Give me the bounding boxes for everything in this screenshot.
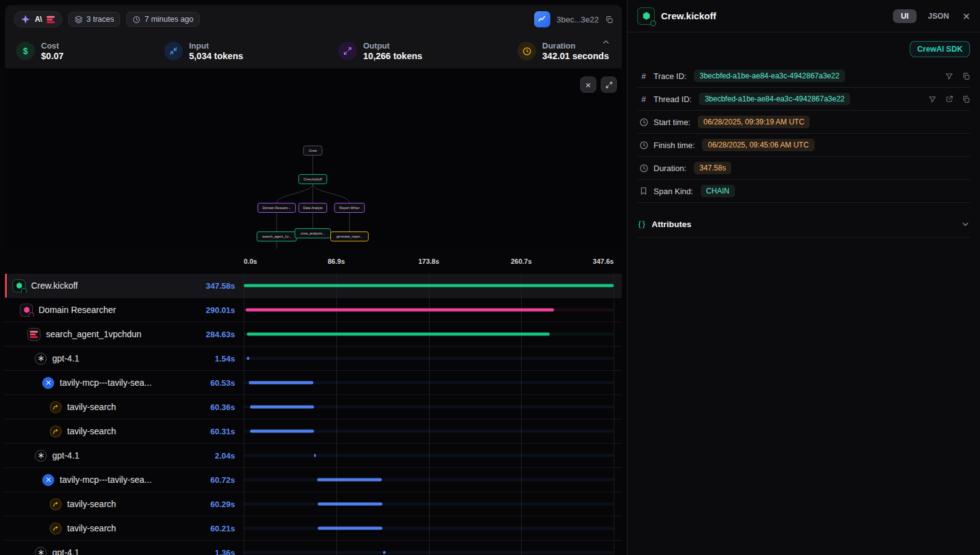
traces-count-label: 3 traces: [86, 15, 114, 24]
span-row[interactable]: gpt-4.12.04s: [5, 444, 622, 468]
external-icon[interactable]: [945, 95, 953, 103]
collapse-chevron-icon[interactable]: [601, 37, 611, 47]
tool-call-icon: [50, 401, 62, 413]
traces-count-badge[interactable]: 3 traces: [68, 12, 120, 27]
trace-pane: A\ 3 traces 7 minutes ago 3bec...3e22: [0, 0, 627, 555]
metric-value: 10,266 tokens: [363, 51, 422, 61]
copy-icon[interactable]: [962, 95, 970, 103]
span-name-cell: tavily-search60.29s: [5, 498, 244, 510]
graph-node[interactable]: Crew.kickoff: [298, 175, 326, 184]
span-duration: 1.36s: [215, 548, 244, 555]
bookmark-icon: [637, 187, 650, 195]
span-duration: 284.63s: [206, 330, 244, 339]
span-bar-track: [244, 322, 614, 346]
timeline-axis: 0.0s86.9s173.8s260.7s347.6s: [5, 249, 622, 274]
copy-icon[interactable]: [962, 72, 970, 80]
span-bar: [318, 503, 382, 506]
timeline-tick: 173.8s: [418, 258, 440, 265]
span-bar-track: [244, 492, 614, 516]
close-panel-button[interactable]: ×: [963, 10, 970, 22]
graph-node[interactable]: Domain Researc...: [258, 203, 296, 213]
span-name: search_agent_1vpchdun: [46, 329, 141, 339]
span-bar: [247, 357, 249, 360]
metric-cost: $Cost$0.07: [16, 41, 164, 61]
mcp-tools-icon: [42, 474, 54, 486]
span-name-cell: gpt-4.11.36s: [5, 547, 244, 555]
graph-node[interactable]: Crew: [303, 146, 322, 156]
metric-label: Duration: [542, 41, 609, 50]
close-graph-button[interactable]: ×: [580, 77, 596, 93]
timeline-tick: 347.6s: [593, 258, 614, 265]
span-name: Domain Researcher: [39, 305, 116, 315]
filter-icon[interactable]: [945, 72, 953, 80]
graph-node[interactable]: crew_analysis...: [295, 229, 331, 238]
span-bar-track: [244, 444, 614, 467]
crew-icon: [637, 7, 655, 25]
span-row[interactable]: tavily-search60.29s: [5, 492, 622, 516]
span-name-cell: gpt-4.11.54s: [5, 353, 244, 365]
trace-topbar: A\ 3 traces 7 minutes ago 3bec...3e22: [5, 5, 622, 34]
span-bar-track: [244, 395, 614, 419]
dollar-icon: $: [16, 42, 35, 60]
span-row[interactable]: Domain Researcher290.01s: [5, 298, 622, 322]
span-bar-track: [244, 468, 614, 492]
attributes-section-toggle[interactable]: Attributes: [637, 212, 970, 238]
expand-graph-button[interactable]: [601, 77, 617, 93]
graph-node[interactable]: search_agent_1v...: [257, 232, 297, 241]
clock-icon: [637, 164, 650, 173]
filter-icon[interactable]: [928, 95, 936, 103]
detail-panel-title: Crew.kickoff: [661, 11, 887, 21]
time-ago-badge: 7 minutes ago: [126, 12, 200, 27]
svg-text:Crew: Crew: [309, 149, 317, 152]
clock-icon: [132, 16, 141, 24]
span-name: tavily-search: [67, 499, 116, 509]
stack-icon: [75, 16, 83, 24]
span-duration: 2.04s: [215, 451, 244, 460]
span-row[interactable]: tavily-search60.31s: [5, 419, 622, 444]
span-name: tavily-mcp---tavily-sea...: [60, 475, 152, 485]
span-row[interactable]: tavily-search60.36s: [5, 395, 622, 419]
span-bar: [383, 551, 386, 554]
span-row[interactable]: gpt-4.11.36s: [5, 541, 622, 555]
detail-panel: Crew.kickoff UI JSON × CrewAI SDK #Trace…: [627, 0, 980, 555]
span-name-cell: tavily-mcp---tavily-sea...60.53s: [5, 377, 244, 389]
layers-logo-icon: [47, 16, 55, 24]
span-bar: [249, 381, 313, 385]
tab-json[interactable]: JSON: [923, 9, 954, 23]
svg-text:Crew.kickoff: Crew.kickoff: [303, 177, 322, 181]
span-track: [244, 454, 614, 457]
span-bar: [244, 284, 614, 287]
span-row[interactable]: tavily-mcp---tavily-sea...60.53s: [5, 371, 622, 395]
span-row[interactable]: tavily-mcp---tavily-sea...60.72s: [5, 468, 622, 492]
span-name: gpt-4.1: [52, 548, 80, 555]
graph-node[interactable]: Data Analyst: [298, 203, 326, 213]
detail-value: 3becbfed-a1be-ae84-ea3c-4942867a3e22: [694, 70, 845, 82]
graph-node[interactable]: Report Writer: [335, 203, 364, 213]
span-name-cell: tavily-search60.36s: [5, 401, 244, 413]
line-chart-icon: [538, 15, 547, 24]
chart-button[interactable]: [534, 11, 550, 27]
svg-text:Report Writer: Report Writer: [340, 206, 360, 210]
copy-icon[interactable]: [605, 16, 613, 24]
detail-panel-body: CrewAI SDK #Trace ID:3becbfed-a1be-ae84-…: [627, 32, 980, 238]
span-row[interactable]: search_agent_1vpchdun284.63s: [5, 322, 622, 347]
graph-node[interactable]: generate_repor...: [331, 232, 369, 241]
svg-text:generate_repor...: generate_repor...: [336, 235, 363, 238]
span-duration: 60.29s: [210, 500, 244, 509]
hash-icon: #: [637, 72, 650, 81]
span-row[interactable]: tavily-search60.21s: [5, 516, 622, 541]
span-bar-track: [244, 298, 614, 322]
span-bar: [246, 309, 554, 312]
span-name-cell: search_agent_1vpchdun284.63s: [5, 328, 244, 341]
span-row[interactable]: gpt-4.11.54s: [5, 347, 622, 371]
clock-icon: [637, 141, 650, 150]
chevron-down-icon: [961, 220, 970, 229]
span-row[interactable]: Crew.kickoff347.58s: [5, 274, 622, 298]
agent-icon: [20, 304, 33, 317]
span-track: [244, 551, 614, 554]
tab-ui[interactable]: UI: [893, 9, 917, 23]
span-duration: 290.01s: [206, 305, 244, 315]
detail-value: 347.58s: [694, 162, 732, 174]
metric-value: 5,034 tokens: [189, 51, 243, 61]
timeline-tick: 86.9s: [328, 258, 345, 265]
